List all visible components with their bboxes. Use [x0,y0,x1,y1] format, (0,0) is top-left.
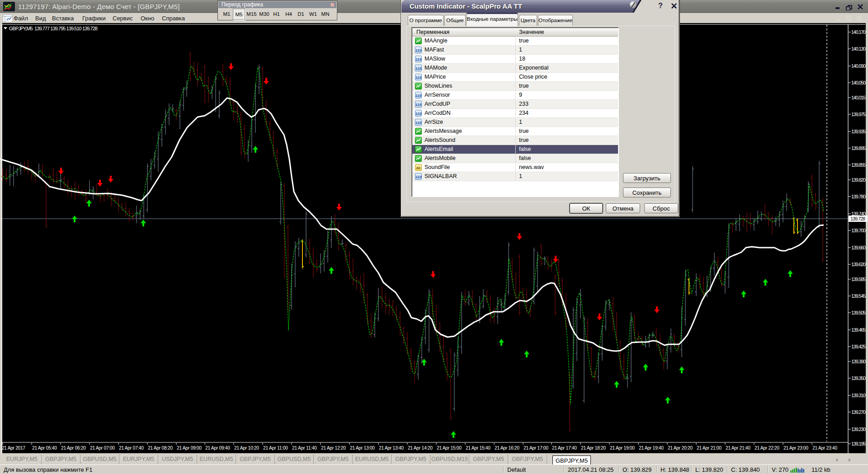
svg-text:21 Apr 17:40: 21 Apr 17:40 [552,446,577,451]
svg-text:21 Apr 07:00: 21 Apr 07:00 [90,446,115,451]
svg-text:21 Apr 18:20: 21 Apr 18:20 [581,446,606,451]
svg-text:140.050: 140.050 [851,80,866,85]
svg-text:21 Apr 23:40: 21 Apr 23:40 [812,446,837,451]
svg-text:21 Apr 23:00: 21 Apr 23:00 [783,446,808,451]
svg-text:140.015: 140.015 [851,95,866,100]
svg-text:21 Apr 2017: 21 Apr 2017 [2,446,25,451]
svg-text:139.310: 139.310 [851,393,866,398]
svg-text:GBPJPY,M5 139.777 139.795 139: GBPJPY,M5 139.777 139.795 139.510 139.72… [9,26,98,31]
svg-text:140.130: 140.130 [851,46,866,52]
svg-text:139.425: 139.425 [851,344,866,349]
svg-text:21 Apr 11:40: 21 Apr 11:40 [292,446,317,451]
svg-text:140.090: 140.090 [851,63,866,69]
svg-text:139.270: 139.270 [851,409,866,415]
svg-text:21 Apr 11:00: 21 Apr 11:00 [263,446,288,451]
svg-text:21 Apr 09:00: 21 Apr 09:00 [177,446,202,451]
svg-text:139.728: 139.728 [850,216,865,221]
svg-text:139.975: 139.975 [851,112,866,117]
svg-text:21 Apr 19:40: 21 Apr 19:40 [639,446,664,451]
svg-text:139.585: 139.585 [851,277,866,282]
svg-text:21 Apr 21:00: 21 Apr 21:00 [697,446,722,451]
svg-text:21 Apr 20:20: 21 Apr 20:20 [668,446,693,451]
svg-text:21 Apr 08:20: 21 Apr 08:20 [148,446,173,451]
svg-text:139.195: 139.195 [851,441,866,446]
svg-text:139.545: 139.545 [851,293,866,299]
svg-text:21 Apr 09:40: 21 Apr 09:40 [205,446,230,451]
svg-text:139.505: 139.505 [851,310,866,315]
svg-text:21 Apr 12:20: 21 Apr 12:20 [321,446,346,451]
svg-text:21 Apr 16:20: 21 Apr 16:20 [495,446,519,451]
svg-text:139.895: 139.895 [851,145,866,151]
svg-text:139.390: 139.390 [851,359,866,364]
svg-text:21 Apr 15:00: 21 Apr 15:00 [437,446,462,451]
svg-text:139.660: 139.660 [851,245,866,250]
svg-text:21 Apr 13:40: 21 Apr 13:40 [379,446,404,451]
svg-text:21 Apr 19:00: 21 Apr 19:00 [610,446,635,451]
svg-text:139.620: 139.620 [851,262,866,267]
svg-text:139.350: 139.350 [851,375,866,381]
svg-text:21 Apr 05:40: 21 Apr 05:40 [32,446,57,451]
svg-text:139.780: 139.780 [851,194,866,199]
svg-text:21 Apr 14:20: 21 Apr 14:20 [408,446,433,451]
svg-text:139.935: 139.935 [851,129,866,134]
svg-text:21 Apr 10:20: 21 Apr 10:20 [234,446,259,451]
svg-text:139.465: 139.465 [851,327,866,333]
svg-text:21 Apr 21:40: 21 Apr 21:40 [726,446,750,451]
svg-text:140.170: 140.170 [851,29,866,35]
svg-text:139.700: 139.700 [851,228,866,233]
svg-text:21 Apr 13:00: 21 Apr 13:00 [350,446,375,451]
svg-text:139.820: 139.820 [851,177,866,183]
svg-text:21 Apr 15:40: 21 Apr 15:40 [466,446,491,451]
svg-text:139.855: 139.855 [851,162,866,168]
svg-text:21 Apr 07:40: 21 Apr 07:40 [119,446,144,451]
svg-text:21 Apr 17:00: 21 Apr 17:00 [524,446,548,451]
svg-text:21 Apr 22:20: 21 Apr 22:20 [755,446,779,451]
svg-text:21 Apr 06:20: 21 Apr 06:20 [61,446,86,451]
svg-text:139.230: 139.230 [851,427,866,432]
